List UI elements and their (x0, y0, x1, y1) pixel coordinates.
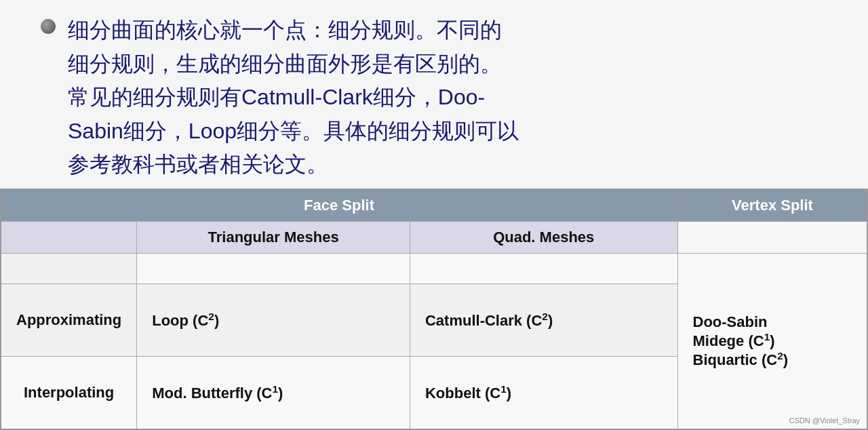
col2-header: Triangular Meshes (137, 221, 410, 253)
table-row: Doo-Sabin Midege (C1) Biquartic (C2) (1, 253, 867, 284)
col3-header: Quad. Meshes (410, 221, 677, 253)
bullet-text: 细分曲面的核心就一个点：细分规则。不同的 细分规则，生成的细分曲面外形是有区别的… (68, 14, 519, 182)
row3-col2: Mod. Butterfly (C1) (137, 356, 410, 429)
watermark: CSDN @Violet_Stray (789, 416, 861, 425)
page-container: 细分曲面的核心就一个点：细分规则。不同的 细分规则，生成的细分曲面外形是有区别的… (0, 0, 868, 430)
bullet-item: 细分曲面的核心就一个点：细分规则。不同的 细分规则，生成的细分曲面外形是有区别的… (41, 14, 827, 182)
bullet-icon (41, 19, 56, 34)
row1-col3 (410, 253, 677, 284)
row2-col1: Approximating (1, 284, 137, 357)
row2-col3: Catmull-Clark (C2) (410, 284, 677, 357)
row2-col2: Loop (C2) (137, 284, 410, 357)
vertex-split-header: Vertex Split (677, 189, 867, 222)
face-split-header: Face Split (1, 189, 677, 222)
row1-col1 (1, 253, 137, 284)
subdivision-table: Face Split Vertex Split Triangular Meshe… (0, 189, 868, 430)
col1-header (1, 221, 137, 253)
text-section: 细分曲面的核心就一个点：细分规则。不同的 细分规则，生成的细分曲面外形是有区别的… (0, 0, 868, 189)
row1-col2 (137, 253, 410, 284)
row3-col3: Kobbelt (C1) (410, 356, 677, 429)
table-section: Face Split Vertex Split Triangular Meshe… (0, 189, 868, 430)
vertex-cell: Doo-Sabin Midege (C1) Biquartic (C2) (677, 253, 867, 429)
row3-col1: Interpolating (1, 356, 137, 429)
